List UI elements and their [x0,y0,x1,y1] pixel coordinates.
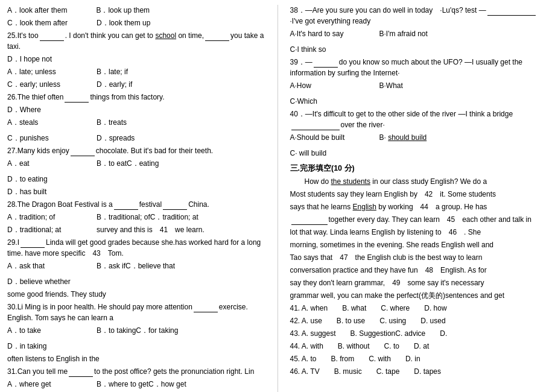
q30-sub: often listens to English in the [7,353,265,364]
q39-options: A·How B·What C·Which [290,80,548,107]
q40-options: A·Should be built B· should build C· wil… [290,132,548,159]
option-item: B．traditional; ofC．tradition; at [97,212,198,223]
q29-text: 29.ILinda will get good grades because s… [7,237,265,259]
q30-options: A．to take B．to takingC．for taking D．in t… [7,325,265,352]
option-item: C．early; unless [7,79,92,90]
q26-text: 26.The thief oftenthings from this facto… [7,92,265,103]
option-item: B．treats [97,117,181,128]
q38-text: 38．—Are you sure you can do well in toda… [290,5,548,27]
q25-sub: D．I hope not [7,54,265,65]
option-item: C·Which [290,96,375,107]
option-item: B· should build [379,132,464,143]
q40-text: 40．—It's difficult to get to the other s… [290,109,548,130]
q30-text: 30.Li Ming is in poor health. He should … [7,302,265,323]
option-item: A．to take [7,325,92,336]
options-top-A: A．look after them B．look up them [7,5,265,16]
column-divider [278,5,278,392]
right-column: 38．—Are you sure you can do well in toda… [290,5,548,392]
left-column: A．look after them B．look up them C．look … [7,5,265,392]
q29-options: A．ask that B．ask ifC．believe that D．beli… [7,261,265,287]
s3-line1: Most students say they learn English by … [290,189,548,200]
option-item: A·How [290,80,375,91]
option-item: A．steals [7,117,92,128]
q39-text: 39．—do you know so much about the UFO? —… [290,57,548,78]
q27-sub: D．has built [7,186,265,197]
option-item: A．where get [7,379,92,390]
option-item: A．late; unless [7,66,92,77]
option-item: D．early; if [97,79,181,90]
q31-options: A．where get B．where to getC．how get D．ho… [7,379,265,392]
q28-sub2: survey and this is 41 we learn. [97,224,205,235]
q28-options: A．tradition; of B．traditional; ofC．tradi… [7,212,265,223]
q45-text: 45. A. to B. from C. with D. in [290,353,548,364]
option-item: B·What [379,80,464,91]
option-item: A．eat [7,158,92,169]
s3-line5: morning, sometimes in the evening. She r… [290,239,548,250]
options-top-C: C．look them after D．look them up [7,17,265,28]
section3-header: 三.完形填空(10 分) [290,163,548,174]
q42-text: 42. A. use B. to use C. using D. used [290,315,548,326]
option-item: C·I think so [290,44,375,55]
q25-options: A．late; unless B．late; if [7,66,265,77]
q26-options: A．steals B．treats C．punishes D．spreads [7,117,265,144]
option-item: C· will build [290,148,375,159]
q25-text: 25.It's too. I don't think you can get t… [7,30,265,52]
s3-line9: grammar well, you can make the perfect(优… [290,290,548,301]
q41-text: 41. A. when B. what C. where D. how [290,303,548,314]
option-item: D．believe whether [7,276,92,287]
s3-line7: conversation practice and they have fun … [290,265,548,276]
option-item: A．tradition; of [7,212,92,223]
s3-line8: say they don't learn grammar, 49 some sa… [290,277,548,288]
option-item: D．spreads [97,133,181,144]
q26-sub: D．Where [7,104,265,115]
s3-intro: How do the students in our class study E… [290,176,548,187]
q27-options: A．eat B．to eatC．eating D．to eating [7,158,265,185]
option-item: C．punishes [7,133,92,144]
option-item: D．to eating [7,174,92,185]
q43-text: 43. A. suggest B. SuggestionC. advice D. [290,328,548,339]
option-item: B．to takingC．for taking [97,325,181,336]
option-item: A·It's hard to say [290,28,375,39]
option-item: B．to eatC．eating [97,158,181,169]
q28-text: 28.The Dragon Boat Festival is afestival… [7,199,265,210]
option-item: B．late; if [97,66,181,77]
q28-options2: D．traditional; at survey and this is 41 … [7,224,265,235]
s3-line3: together every day. They can learn 45 ea… [290,214,548,225]
q25-options2: C．early; unless D．early; if [7,79,265,90]
q38-options: A·It's hard to say B·I'm afraid not C·I … [290,28,548,55]
option-item: B．where to getC．how get [97,379,186,390]
option-item: D．traditional; at [7,224,92,235]
q44-text: 44. A. with B. without C. to D. at [290,341,548,352]
option-item: D．in taking [7,341,92,352]
option-item: B·I'm afraid not [379,28,464,39]
q46-text: 46. A. TV B. music C. tape D. tapes [290,366,548,377]
q31-text: 31.Can you tell meto the post office? ge… [7,366,265,377]
q27-text: 27.Many kids enjoychocolate. But it's ba… [7,145,265,156]
s3-line6: Tao says that 47 the English club is the… [290,252,548,263]
option-item: A．ask that [7,261,92,271]
exam-page: A．look after them B．look up them C．look … [0,0,555,392]
q29-sub: some good friends. They study [7,289,265,300]
option-item: A·Should be built [290,132,375,143]
option-item: B．ask ifC．believe that [97,261,181,271]
s3-line2: says that he learns English by working 4… [290,201,548,212]
s3-line4: lot that way. Linda learns English by li… [290,227,548,238]
